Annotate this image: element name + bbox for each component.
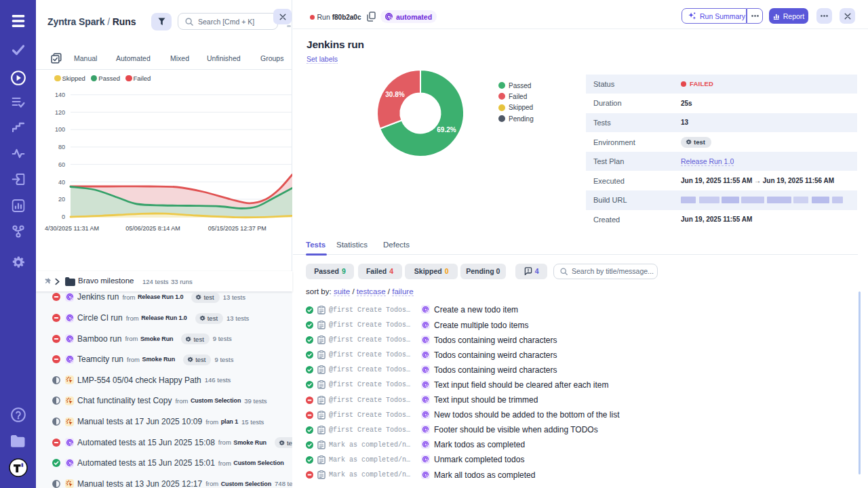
svg-text:60: 60: [58, 161, 65, 168]
svg-text:30.8%: 30.8%: [385, 90, 404, 98]
svg-text:4/30/2025 11:31 AM: 4/30/2025 11:31 AM: [45, 225, 99, 232]
svg-text:40: 40: [58, 179, 65, 186]
svg-text:100: 100: [55, 126, 65, 133]
svg-text:0: 0: [62, 214, 65, 220]
svg-text:05/06/2025 8:14 AM: 05/06/2025 8:14 AM: [125, 225, 180, 232]
svg-text:05/15/2025 12:37 PM: 05/15/2025 12:37 PM: [208, 225, 267, 232]
svg-text:20: 20: [58, 196, 65, 203]
svg-text:80: 80: [58, 144, 65, 150]
svg-text:120: 120: [55, 109, 65, 116]
svg-text:140: 140: [55, 92, 65, 98]
svg-text:69.2%: 69.2%: [437, 126, 456, 134]
